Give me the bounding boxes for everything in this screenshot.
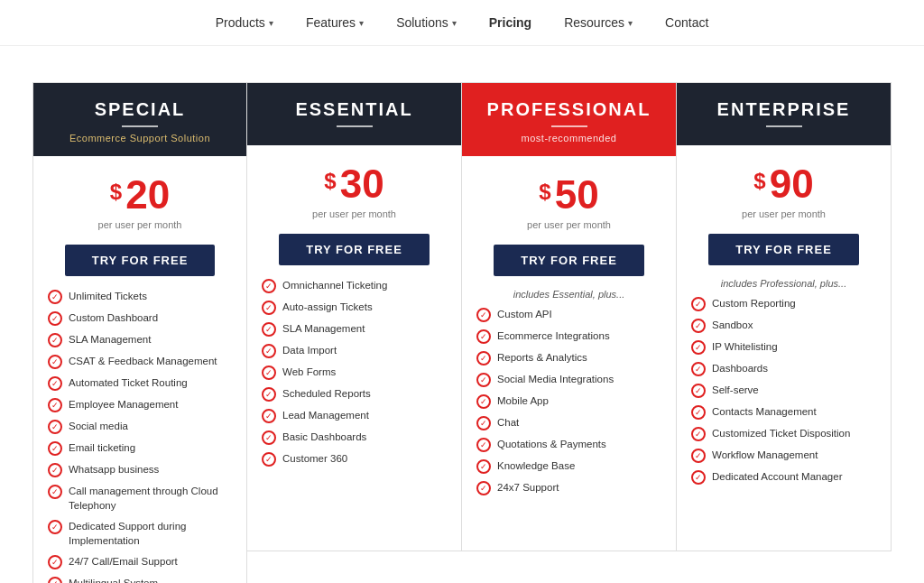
main-nav: Products▾Features▾Solutions▾PricingResou…: [0, 0, 924, 46]
feature-item: ✓Self-serve: [691, 383, 876, 398]
price-value: 30: [340, 162, 384, 207]
dollar-sign: $: [110, 180, 122, 205]
feature-text: Workflow Management: [712, 448, 818, 462]
pricing-section: SPECIALEcommerce Support Solution$20per …: [0, 46, 924, 583]
feature-item: ✓CSAT & Feedback Management: [48, 354, 232, 369]
nav-item-resources[interactable]: Resources▾: [564, 15, 633, 30]
check-icon: ✓: [691, 449, 706, 463]
nav-item-features[interactable]: Features▾: [306, 15, 364, 30]
plan-name-enterprise: ENTERPRISE: [686, 99, 882, 120]
feature-item: ✓Ecommerce Integrations: [476, 329, 661, 344]
feature-item: ✓Chat: [476, 415, 661, 430]
check-icon: ✓: [691, 297, 706, 311]
feature-text: Multilingual System: [69, 576, 158, 583]
check-icon: ✓: [262, 409, 276, 423]
check-icon: ✓: [48, 290, 62, 304]
plan-price-professional: $50: [527, 172, 611, 217]
feature-text: Custom Reporting: [712, 296, 796, 310]
chevron-down-icon: ▾: [628, 18, 633, 28]
check-icon: ✓: [48, 355, 62, 369]
chevron-down-icon: ▾: [269, 18, 273, 28]
plan-subtitle-professional: most-recommended: [471, 133, 667, 143]
check-icon: ✓: [476, 416, 491, 430]
feature-text: Automated Ticket Routing: [69, 375, 188, 390]
check-icon: ✓: [691, 319, 706, 333]
feature-text: Dedicated Support during Implementation: [69, 519, 232, 548]
feature-item: ✓Dedicated Support during Implementation: [48, 519, 232, 548]
feature-item: ✓Dedicated Account Manager: [691, 469, 876, 485]
feature-item: ✓SLA Management: [262, 321, 447, 337]
plan-card-professional: PROFESSIONALmost-recommended$50per user …: [462, 82, 677, 551]
nav-item-solutions[interactable]: Solutions▾: [396, 15, 457, 30]
try-btn-professional[interactable]: TRY FOR FREE: [494, 245, 644, 276]
feature-text: Knowledge Base: [497, 458, 575, 473]
check-icon: ✓: [262, 366, 276, 380]
nav-item-products[interactable]: Products▾: [216, 15, 273, 30]
check-icon: ✓: [48, 485, 62, 499]
feature-text: Ecommerce Integrations: [497, 329, 610, 343]
plan-card-special: SPECIALEcommerce Support Solution$20per …: [32, 82, 247, 583]
feature-item: ✓Contacts Management: [691, 404, 876, 420]
feature-item: ✓Custom API: [476, 307, 661, 322]
check-icon: ✓: [476, 351, 491, 366]
plan-name-professional: PROFESSIONAL: [471, 99, 667, 120]
plan-price-block-enterprise: $90per user per month: [733, 145, 835, 225]
check-icon: ✓: [48, 376, 62, 391]
try-btn-special[interactable]: TRY FOR FREE: [65, 245, 216, 276]
check-icon: ✓: [476, 329, 491, 344]
try-btn-essential[interactable]: TRY FOR FREE: [279, 234, 430, 265]
plan-name-essential: ESSENTIAL: [256, 99, 452, 120]
feature-text: Basic Dashboards: [282, 430, 366, 444]
plan-header-professional: PROFESSIONALmost-recommended: [462, 83, 676, 156]
check-icon: ✓: [48, 520, 62, 534]
feature-text: Mobile App: [497, 393, 549, 408]
feature-text: Omnichannel Ticketing: [282, 278, 387, 292]
feature-item: ✓Whatsapp business: [48, 462, 232, 477]
feature-text: Unlimited Tickets: [69, 289, 147, 303]
feature-item: ✓Automated Ticket Routing: [48, 375, 232, 391]
feature-item: ✓Auto-assign Tickets: [262, 300, 447, 315]
feature-item: ✓Sandbox: [691, 318, 876, 333]
feature-text: Employee Management: [69, 397, 178, 412]
price-value: 90: [770, 162, 814, 207]
feature-item: ✓Workflow Management: [691, 448, 876, 463]
feature-item: ✓Knowledge Base: [476, 458, 661, 474]
nav-item-pricing[interactable]: Pricing: [489, 15, 531, 30]
check-icon: ✓: [48, 441, 62, 456]
check-icon: ✓: [691, 362, 706, 376]
feature-text: Custom Dashboard: [69, 310, 158, 325]
feature-item: ✓Lead Management: [262, 408, 447, 423]
feature-item: ✓Omnichannel Ticketing: [262, 278, 447, 293]
feature-item: ✓Employee Management: [48, 397, 232, 412]
plan-header-enterprise: ENTERPRISE: [677, 83, 891, 145]
feature-text: Scheduled Reports: [282, 386, 371, 401]
includes-label-professional: includes Essential, plus...: [513, 289, 625, 300]
feature-text: Contacts Management: [712, 404, 817, 419]
feature-item: ✓Unlimited Tickets: [48, 289, 232, 304]
check-icon: ✓: [691, 427, 706, 441]
check-icon: ✓: [476, 438, 491, 452]
nav-item-contact[interactable]: Contact: [665, 15, 708, 30]
check-icon: ✓: [48, 398, 62, 412]
feature-item: ✓Reports & Analytics: [476, 350, 661, 366]
plan-price-block-professional: $50per user per month: [518, 156, 620, 236]
check-icon: ✓: [691, 470, 706, 485]
check-icon: ✓: [691, 340, 706, 355]
feature-item: ✓Social Media Integrations: [476, 372, 661, 387]
feature-text: Reports & Analytics: [497, 350, 587, 365]
check-icon: ✓: [262, 430, 276, 445]
feature-item: ✓Data Import: [262, 343, 447, 358]
feature-item: ✓Quotations & Payments: [476, 437, 661, 452]
dollar-sign: $: [324, 169, 336, 194]
check-icon: ✓: [48, 311, 62, 326]
feature-text: Custom API: [497, 307, 552, 321]
feature-item: ✓Call management through Cloud Telephony: [48, 484, 232, 513]
try-btn-enterprise[interactable]: TRY FOR FREE: [708, 234, 859, 265]
feature-text: Dashboards: [712, 361, 768, 375]
plan-price-label-professional: per user per month: [527, 219, 611, 230]
feature-item: ✓Multilingual System: [48, 576, 232, 583]
chevron-down-icon: ▾: [452, 18, 457, 28]
plan-header-special: SPECIALEcommerce Support Solution: [33, 83, 246, 156]
feature-text: Customized Ticket Disposition: [712, 426, 850, 440]
check-icon: ✓: [691, 405, 706, 420]
